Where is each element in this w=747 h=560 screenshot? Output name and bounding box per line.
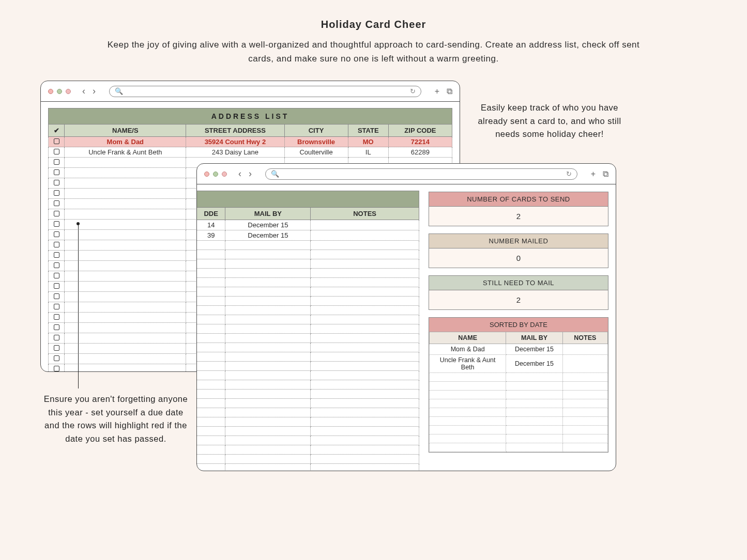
table-row[interactable]: 39December 15 [197,230,419,241]
table-row[interactable] [197,380,419,390]
cell[interactable] [311,455,419,464]
cell[interactable] [197,427,225,436]
cell[interactable] [225,287,311,297]
table-row[interactable] [430,382,608,391]
cell[interactable] [225,464,311,472]
minimize-dot[interactable] [57,89,62,94]
cell[interactable] [197,315,225,324]
reload-icon[interactable]: ↻ [566,170,572,178]
cell[interactable] [197,278,225,287]
cell[interactable] [311,371,419,380]
checkbox[interactable] [54,366,59,371]
cell[interactable]: Coulterville [284,147,348,158]
table-row[interactable]: Mom & DadDecember 15 [430,344,608,355]
cell[interactable] [311,241,419,250]
checkbox[interactable] [54,262,59,268]
cell[interactable] [225,343,311,352]
table-row[interactable] [197,287,419,297]
cell[interactable] [65,240,186,251]
table-row[interactable] [197,362,419,371]
cell[interactable] [225,417,311,427]
cell[interactable] [311,436,419,445]
cell[interactable] [225,408,311,417]
cell[interactable]: December 15 [506,355,562,373]
cell[interactable] [65,271,186,282]
cell[interactable] [49,282,65,292]
cell[interactable] [562,399,607,408]
cell[interactable] [65,302,186,313]
cell[interactable] [311,362,419,371]
table-row[interactable] [197,241,419,250]
cell[interactable] [506,399,562,408]
cell[interactable] [49,199,65,209]
cell[interactable] [562,382,607,391]
checkbox[interactable] [54,304,59,309]
cell[interactable] [197,380,225,390]
cell[interactable]: IL [348,147,388,158]
cell[interactable] [311,390,419,399]
cell[interactable] [65,251,186,261]
cell[interactable] [430,408,506,417]
cell[interactable] [49,251,65,261]
cell[interactable] [197,259,225,269]
table-row[interactable] [197,436,419,445]
cell[interactable] [225,241,311,250]
table-row[interactable] [197,334,419,343]
cell[interactable] [311,324,419,334]
forward-icon[interactable]: › [249,168,252,179]
checkbox[interactable] [54,324,59,330]
checkbox[interactable] [54,252,59,258]
cell[interactable] [65,292,186,302]
table-row[interactable] [197,445,419,455]
cell[interactable] [311,306,419,315]
cell[interactable] [49,333,65,344]
cell[interactable] [430,426,506,434]
cell[interactable] [49,344,65,354]
minimize-dot[interactable] [213,172,218,177]
new-tab-icon[interactable]: + [591,169,596,179]
cell[interactable] [311,230,419,241]
cell[interactable] [65,189,186,199]
table-row[interactable] [197,427,419,436]
cell[interactable] [197,241,225,250]
cell[interactable] [311,417,419,427]
checkbox[interactable] [54,355,59,361]
address-bar[interactable]: 🔍 ↻ [265,168,577,180]
cell[interactable] [225,306,311,315]
checkbox[interactable] [54,149,59,154]
cell[interactable] [225,324,311,334]
table-row[interactable]: Uncle Frank & Aunt BethDecember 15 [430,355,608,373]
cell[interactable] [49,292,65,302]
cell[interactable] [225,455,311,464]
cell[interactable] [506,373,562,382]
checkbox[interactable] [54,211,59,216]
table-row[interactable] [197,324,419,334]
cell[interactable] [49,354,65,364]
checkbox[interactable] [54,283,59,289]
cell[interactable] [65,230,186,240]
cell[interactable] [65,209,186,220]
cell[interactable]: Mom & Dad [430,344,506,355]
checkbox[interactable] [54,345,59,351]
cell[interactable] [49,240,65,251]
cell[interactable] [49,209,65,220]
cell[interactable] [311,408,419,417]
cell[interactable] [197,390,225,399]
table-row[interactable] [197,278,419,287]
cell[interactable] [49,302,65,313]
cell[interactable] [311,352,419,362]
cell[interactable]: 39 [197,230,225,241]
new-tab-icon[interactable]: + [435,87,439,96]
checkbox[interactable] [54,190,59,196]
cell[interactable] [49,168,65,178]
checkbox[interactable] [54,159,59,165]
zoom-dot[interactable] [66,89,71,94]
checkbox[interactable] [54,231,59,237]
extended-columns-table[interactable]: DDEMAIL BYNOTES 14December 1539December … [197,207,419,471]
cell[interactable] [197,464,225,472]
cell[interactable]: 62289 [388,147,452,158]
table-row[interactable] [197,250,419,259]
cell[interactable] [197,436,225,445]
cell[interactable] [197,455,225,464]
table-row[interactable] [430,443,608,452]
